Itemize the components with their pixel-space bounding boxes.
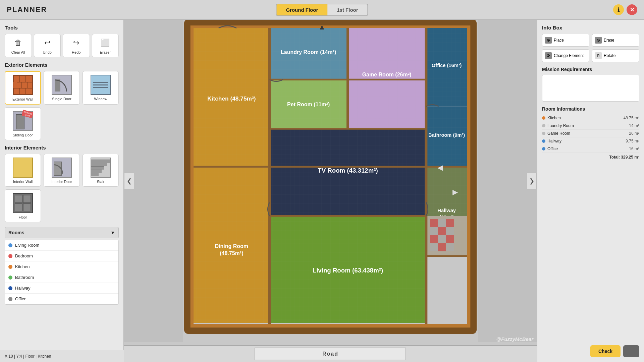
interior-elements-heading: Interior Elements	[5, 145, 119, 150]
rooms-label: Rooms	[8, 230, 24, 235]
room-info-office: Office 16 m²	[542, 145, 639, 153]
room-info-dot-laundry	[542, 124, 545, 127]
clear-all-icon: 🗑	[12, 37, 24, 49]
place-icon: ⊕	[545, 37, 552, 44]
room-info-dot-kitchen	[542, 116, 545, 120]
info-box-section: Info Box ⊕ Place ⊘ Erase ⟳ Change Elemen…	[542, 25, 639, 62]
secondary-button[interactable]	[623, 345, 639, 357]
room-info-kitchen: Kitchen 48.75 m²	[542, 114, 639, 122]
single-door-icon	[51, 74, 72, 96]
erase-button[interactable]: ⊘ Erase	[592, 34, 639, 47]
redo-button[interactable]: ↪ Redo	[63, 34, 90, 57]
svg-text:Dining Room: Dining Room	[215, 243, 249, 249]
sliding-door-button[interactable]: ComingSoon Sliding Door	[5, 107, 41, 140]
rooms-section: Rooms ▼ Living Room Bedroom Kitchen Bath…	[5, 227, 119, 305]
status-bar: X:10 | Y:4 | Floor | Kitchen	[0, 350, 124, 362]
interior-elements-grid: Interior Wall Interior Door	[5, 154, 119, 222]
info-actions-grid: ⊕ Place ⊘ Erase ⟳ Change Element R Rotat…	[542, 34, 639, 62]
svg-text:Bathroom (9m²): Bathroom (9m²)	[428, 132, 465, 138]
svg-rect-31	[438, 219, 446, 227]
svg-rect-36	[430, 235, 438, 243]
floor-tabs: Ground Floor 1st Floor	[276, 4, 368, 16]
room-info-laundry: Laundry Room 14 m²	[542, 122, 639, 130]
tools-grid: 🗑 Clear All ↩ Undo ↪ Redo ⬜ Eraser	[5, 34, 119, 57]
canvas-area[interactable]: Kitchen (48.75m²) Laundry Room (14m²) Ga…	[124, 20, 537, 342]
rooms-chevron-icon: ▼	[110, 230, 115, 235]
svg-text:Laundry Room (14m²): Laundry Room (14m²)	[281, 49, 336, 55]
interior-door-button[interactable]: Interior Door	[44, 154, 80, 187]
clear-all-button[interactable]: 🗑 Clear All	[5, 34, 32, 57]
exterior-elements-section: Exterior Elements Exterior Wall	[5, 62, 119, 140]
status-text: X:10 | Y:4 | Floor | Kitchen	[5, 354, 51, 359]
room-dot-living-room	[8, 243, 12, 247]
tab-ground-floor[interactable]: Ground Floor	[276, 4, 327, 15]
svg-text:TV Room (43.312m²): TV Room (43.312m²)	[318, 167, 378, 174]
room-informations-section: Room Informations Kitchen 48.75 m² Laund…	[542, 106, 639, 160]
floor-button[interactable]: Floor	[5, 189, 41, 222]
room-info-dot-office	[542, 147, 545, 150]
svg-text:Living Room (63.438m²): Living Room (63.438m²)	[313, 267, 383, 274]
rotate-button[interactable]: R Rotate	[592, 49, 639, 62]
room-label-hallway: Hallway	[15, 286, 31, 291]
svg-text:Pet Room (11m²): Pet Room (11m²)	[287, 102, 330, 107]
undo-icon: ↩	[41, 37, 53, 49]
svg-text:(48.75m²): (48.75m²)	[220, 250, 243, 256]
app-title: PLANNER	[7, 5, 47, 14]
room-item-living-room[interactable]: Living Room	[5, 240, 118, 251]
svg-rect-32	[446, 219, 454, 227]
room-informations-heading: Room Informations	[542, 106, 639, 112]
room-label-kitchen: Kitchen	[15, 264, 30, 269]
tools-section: Tools 🗑 Clear All ↩ Undo ↪ Redo ⬜ Eraser	[5, 25, 119, 57]
single-door-button[interactable]: Single Door	[44, 71, 80, 105]
svg-text:Office (16m²): Office (16m²)	[432, 63, 462, 68]
svg-text:Game Room (26m²): Game Room (26m²)	[362, 72, 412, 77]
window-icon	[90, 74, 111, 96]
room-label-bedroom: Bedroom	[15, 253, 33, 258]
place-button[interactable]: ⊕ Place	[542, 34, 589, 47]
room-label-office: Office	[15, 296, 26, 301]
change-element-button[interactable]: ⟳ Change Element	[542, 49, 589, 62]
svg-rect-40	[438, 243, 446, 251]
stair-button[interactable]: Stair	[83, 154, 119, 187]
room-dot-bedroom	[8, 254, 12, 258]
exterior-wall-icon	[12, 74, 34, 96]
left-panel: Tools 🗑 Clear All ↩ Undo ↪ Redo ⬜ Eraser…	[0, 20, 124, 362]
close-button[interactable]: ✕	[627, 4, 637, 15]
exterior-wall-button[interactable]: Exterior Wall	[5, 71, 41, 105]
svg-rect-35	[446, 227, 454, 235]
svg-text:Kitchen (48.75m²): Kitchen (48.75m²)	[207, 95, 256, 102]
rotate-icon: R	[595, 52, 602, 59]
interior-wall-button[interactable]: Interior Wall	[5, 154, 41, 187]
change-element-icon: ⟳	[545, 52, 552, 59]
room-info-hallway: Hallway 9.75 m²	[542, 137, 639, 145]
exterior-elements-heading: Exterior Elements	[5, 62, 119, 68]
mission-requirements-section: Mission Requirements	[542, 67, 639, 102]
nav-left-arrow[interactable]: ❮	[124, 173, 134, 189]
nav-right-arrow[interactable]: ❯	[527, 173, 537, 189]
room-info-total: Total: 329.25 m²	[542, 155, 639, 160]
info-button[interactable]: ℹ	[613, 4, 624, 15]
top-nav-arrow[interactable]: ▲	[318, 23, 326, 32]
svg-rect-39	[430, 243, 438, 251]
interior-door-icon	[51, 157, 72, 178]
undo-button[interactable]: ↩ Undo	[34, 34, 61, 57]
floor-plan-svg[interactable]: Kitchen (48.75m²) Laundry Room (14m²) Ga…	[124, 20, 537, 342]
room-dot-kitchen	[8, 265, 12, 269]
check-button[interactable]: Check	[590, 345, 621, 357]
tab-1st-floor[interactable]: 1st Floor	[327, 4, 367, 15]
room-item-kitchen[interactable]: Kitchen	[5, 261, 118, 272]
room-item-hallway[interactable]: Hallway	[5, 283, 118, 294]
stair-icon	[90, 157, 111, 178]
room-item-office[interactable]: Office	[5, 294, 118, 304]
window-button[interactable]: Window	[83, 71, 119, 105]
svg-rect-10	[348, 28, 426, 129]
room-dot-bathroom	[8, 276, 12, 280]
eraser-button[interactable]: ⬜ Eraser	[92, 34, 119, 57]
rooms-dropdown-header[interactable]: Rooms ▼	[5, 227, 119, 238]
interior-elements-section: Interior Elements Interior Wall Interior…	[5, 145, 119, 222]
room-item-bathroom[interactable]: Bathroom	[5, 272, 118, 283]
svg-text:Hallway: Hallway	[437, 208, 456, 213]
room-label-bathroom: Bathroom	[15, 275, 34, 280]
svg-rect-33	[430, 227, 438, 235]
room-item-bedroom[interactable]: Bedroom	[5, 251, 118, 261]
